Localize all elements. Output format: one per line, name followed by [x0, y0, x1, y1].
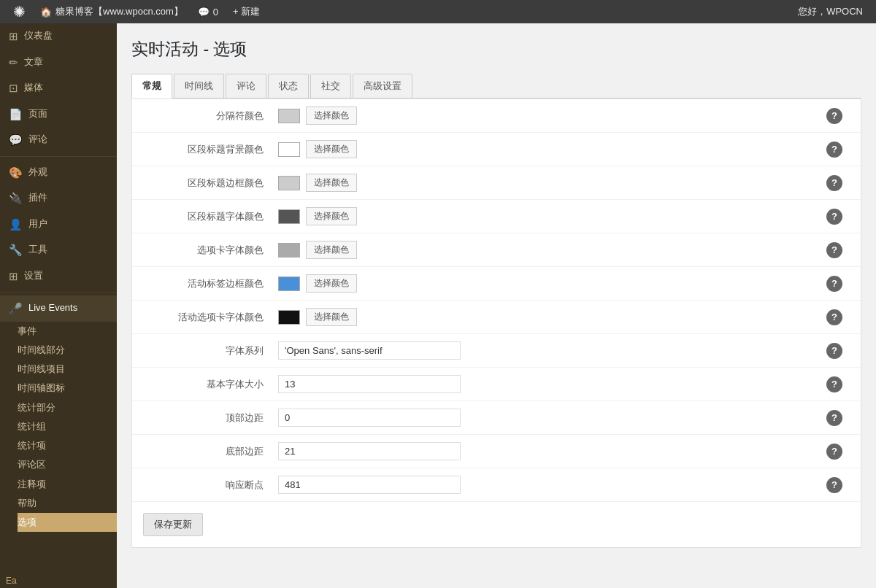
swatch-active-option-text[interactable] [278, 310, 300, 325]
sidebar: ⊞ 仪表盘 ✏ 文章 ⊡ 媒体 📄 页面 💬 评论 🎨 外观 🔌 插件 � [0, 23, 117, 588]
label-separator-color: 分隔符颜色 [132, 109, 278, 123]
input-base-font-size[interactable] [278, 375, 461, 393]
help-section-bg[interactable]: ? [826, 142, 842, 158]
help-active-tab-border[interactable]: ? [826, 276, 842, 292]
admin-bar: ✺ 🏠 糖果博客【www.wpocn.com】 💬 0 + 新建 您好，WPOC… [0, 0, 876, 23]
sidebar-item-comment-area[interactable]: 评论区 [18, 455, 117, 474]
btn-separator-color[interactable]: 选择颜色 [306, 107, 357, 125]
tab-timeline[interactable]: 时间线 [174, 74, 224, 98]
btn-section-border[interactable]: 选择颜色 [306, 174, 357, 192]
help-separator-color[interactable]: ? [826, 108, 842, 124]
layout: ⊞ 仪表盘 ✏ 文章 ⊡ 媒体 📄 页面 💬 评论 🎨 外观 🔌 插件 � [0, 23, 876, 588]
help-active-option-text[interactable]: ? [826, 309, 842, 325]
form-row-section-text: 区段标题字体颜色 选择颜色 ? [132, 200, 861, 233]
input-top-margin[interactable] [278, 409, 461, 427]
swatch-separator-color[interactable] [278, 109, 300, 123]
sidebar-item-label: 插件 [28, 192, 47, 204]
form-row-active-tab-border: 活动标签边框颜色 选择颜色 ? [132, 267, 861, 301]
sidebar-item-help[interactable]: 帮助 [18, 494, 117, 513]
sidebar-item-label: 工具 [28, 244, 47, 256]
help-base-font-size[interactable]: ? [826, 376, 842, 392]
comments-count: 0 [213, 7, 218, 18]
input-font-family[interactable] [278, 341, 461, 360]
sidebar-item-timeline-sections[interactable]: 时间线部分 [18, 341, 117, 360]
sidebar-item-timeline-icons[interactable]: 时间轴图标 [18, 379, 117, 398]
tab-social[interactable]: 社交 [310, 74, 351, 98]
help-top-margin[interactable]: ? [826, 410, 842, 426]
swatch-section-border[interactable] [278, 176, 300, 190]
control-base-font-size [278, 375, 826, 393]
label-base-font-size: 基本字体大小 [132, 378, 278, 391]
sidebar-item-options[interactable]: 选项 [18, 513, 117, 532]
wp-logo[interactable]: ✺ [6, 0, 33, 23]
sidebar-item-tools[interactable]: 🔧 工具 [0, 237, 117, 263]
comments-link[interactable]: 💬 0 [191, 0, 226, 23]
help-breakpoint[interactable]: ? [826, 477, 842, 493]
form-row-separator-color: 分隔符颜色 选择颜色 ? [132, 99, 861, 133]
site-name-link[interactable]: 🏠 糖果博客【www.wpocn.com】 [33, 0, 191, 23]
sidebar-sub-label: 注释项 [18, 479, 46, 490]
help-font-family[interactable]: ? [826, 343, 842, 359]
sidebar-item-posts[interactable]: ✏ 文章 [0, 50, 117, 76]
sidebar-sub-menu: 事件 时间线部分 时间线项目 时间轴图标 统计部分 统计组 统计项 评论区 [0, 322, 117, 533]
control-active-tab-border: 选择颜色 [278, 274, 826, 293]
sidebar-item-stats-groups[interactable]: 统计组 [18, 417, 117, 436]
btn-section-text[interactable]: 选择颜色 [306, 207, 357, 225]
save-section: 保存更新 [132, 502, 861, 547]
label-bottom-margin: 底部边距 [132, 445, 278, 458]
tab-advanced[interactable]: 高级设置 [353, 74, 412, 98]
sidebar-item-users[interactable]: 👤 用户 [0, 212, 117, 238]
wp-icon: ✺ [13, 3, 26, 20]
swatch-section-bg[interactable] [278, 142, 300, 157]
save-button[interactable]: 保存更新 [143, 513, 203, 536]
sidebar-item-appearance[interactable]: 🎨 外观 [0, 160, 117, 186]
tabs-bar: 常规 时间线 评论 状态 社交 高级设置 [131, 74, 861, 98]
sidebar-sub-label: 统计项 [18, 440, 46, 452]
pages-icon: 📄 [9, 107, 23, 122]
swatch-active-tab-border[interactable] [278, 276, 300, 291]
help-section-text[interactable]: ? [826, 209, 842, 225]
sidebar-sub-label: 时间线部分 [18, 344, 65, 356]
sidebar-sub-label: 统计部分 [18, 402, 55, 414]
label-breakpoint: 响应断点 [132, 479, 278, 492]
main-content: 实时活动 - 选项 常规 时间线 评论 状态 社交 高级设置 分隔符颜色 选择颜… [117, 23, 876, 588]
tab-status[interactable]: 状态 [268, 74, 309, 98]
sidebar-item-comments[interactable]: 💬 评论 [0, 127, 117, 153]
swatch-option-card-text[interactable] [278, 243, 300, 258]
comments-icon: 💬 [198, 7, 210, 18]
sidebar-item-stats-sections[interactable]: 统计部分 [18, 398, 117, 417]
sidebar-item-label: 设置 [24, 270, 43, 282]
greeting-text: 您好，WPOCN [791, 5, 870, 18]
btn-active-tab-border[interactable]: 选择颜色 [306, 274, 357, 293]
help-bottom-margin[interactable]: ? [826, 444, 842, 460]
form-row-font-family: 字体系列 ? [132, 334, 861, 368]
control-section-bg: 选择颜色 [278, 140, 826, 158]
btn-active-option-text[interactable]: 选择颜色 [306, 308, 357, 326]
control-option-card-text: 选择颜色 [278, 241, 826, 259]
sidebar-item-pages[interactable]: 📄 页面 [0, 101, 117, 128]
sidebar-item-plugins[interactable]: 🔌 插件 [0, 185, 117, 212]
control-top-margin [278, 409, 826, 427]
tab-general[interactable]: 常规 [131, 74, 172, 98]
sidebar-sub-label: 选项 [18, 517, 36, 528]
sidebar-item-events[interactable]: 事件 [18, 322, 117, 341]
help-section-border[interactable]: ? [826, 175, 842, 191]
input-breakpoint[interactable] [278, 476, 461, 494]
input-bottom-margin[interactable] [278, 442, 461, 460]
sidebar-item-media[interactable]: ⊡ 媒体 [0, 75, 117, 101]
help-option-card-text[interactable]: ? [826, 242, 842, 258]
control-breakpoint [278, 476, 826, 494]
form-row-option-card-text: 选项卡字体颜色 选择颜色 ? [132, 233, 861, 267]
sidebar-item-stats-items[interactable]: 统计项 [18, 436, 117, 455]
new-content-link[interactable]: + 新建 [226, 0, 267, 23]
tab-comments[interactable]: 评论 [226, 74, 266, 98]
btn-section-bg[interactable]: 选择颜色 [306, 140, 357, 158]
btn-option-card-text[interactable]: 选择颜色 [306, 241, 357, 259]
sidebar-item-timeline-items[interactable]: 时间线项目 [18, 360, 117, 379]
sidebar-item-settings[interactable]: ⊞ 设置 [0, 263, 117, 290]
sidebar-item-annotation-items[interactable]: 注释项 [18, 475, 117, 494]
swatch-section-text[interactable] [278, 209, 300, 224]
sidebar-item-dashboard[interactable]: ⊞ 仪表盘 [0, 23, 117, 50]
sidebar-sub-label: 事件 [18, 325, 36, 337]
sidebar-item-live-events[interactable]: 🎤 Live Events [0, 295, 117, 322]
